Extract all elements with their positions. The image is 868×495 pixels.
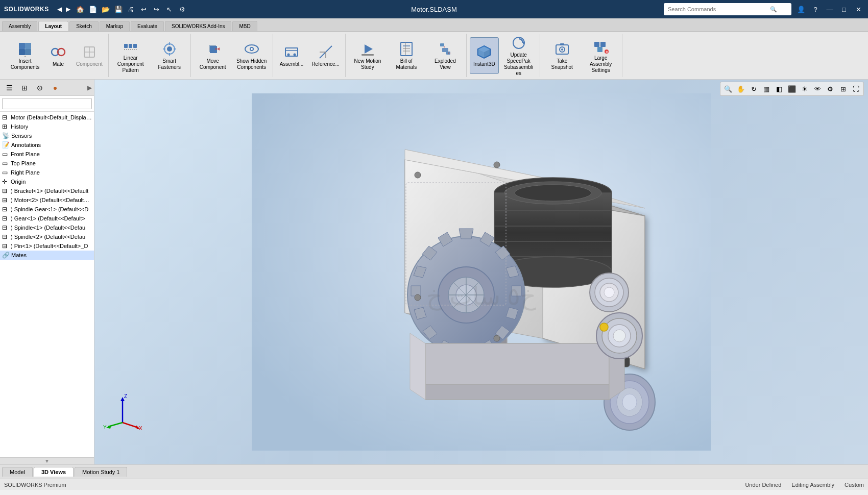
help-icon[interactable]: ? (810, 4, 821, 15)
linear-pattern-button[interactable]: Linear Component Pattern (112, 37, 150, 74)
forward-button[interactable]: ▶ (65, 5, 71, 14)
tree-item-front-plane-label: Front Plane (11, 151, 40, 157)
panel-color-icon[interactable]: ● (48, 82, 62, 94)
svg-point-140 (415, 294, 421, 301)
tree-item-spindle2-icon: ⊟ (2, 233, 9, 240)
ribbon-group-snapshot: Take Snapshot ⚙ Large Assembly Settings (541, 34, 622, 77)
bottom-tab-model[interactable]: Model (2, 467, 33, 477)
tree-item-annotations[interactable]: 📝 Annotations (0, 140, 94, 150)
back-button[interactable]: ◀ (56, 5, 63, 14)
svg-marker-87 (512, 286, 521, 296)
tree-item-motor2-label: ) Motor<2> (Default<<Default>_D (11, 197, 92, 203)
undo-button[interactable]: ↩ (138, 4, 150, 15)
tab-addins[interactable]: SOLIDWORKS Add-Ins (165, 21, 231, 31)
mate-button[interactable]: Mate (45, 37, 71, 74)
tree-item-motor2[interactable]: ⊟ ) Motor<2> (Default<<Default>_D (0, 195, 94, 205)
assembly-button[interactable]: Assembl... (276, 37, 307, 74)
show-hidden-button[interactable]: Show Hidden Components (233, 37, 271, 74)
bottom-tab-3dviews[interactable]: 3D Views (34, 467, 74, 477)
open-button[interactable]: 📂 (100, 4, 111, 15)
quick-access-toolbar: 🏠 📄 📂 💾 🖨 ↩ ↪ ↖ ⚙ (75, 4, 188, 15)
tree-item-sensors[interactable]: 📡 Sensors (0, 131, 94, 140)
search-input[interactable] (668, 6, 770, 12)
tree-item-spindle1[interactable]: ⊟ ) Spindle<1> (Default<<Defau (0, 223, 94, 232)
tree-item-motor[interactable]: ⊟ Motor (Default<Default_Display Sta (0, 113, 94, 122)
tree-item-pin[interactable]: ⊟ ) Pin<1> (Default<<Default>_D (0, 241, 94, 251)
tree-item-gear[interactable]: ⊟ ) Gear<1> (Default<<Default> (0, 214, 94, 223)
user-icon[interactable]: 👤 (795, 4, 807, 15)
tree-item-sensors-icon: 📡 (2, 132, 10, 139)
take-snapshot-button[interactable]: Take Snapshot (543, 37, 581, 74)
coordinate-axes: Z X Y (102, 392, 143, 434)
minimize-button[interactable]: — (824, 4, 835, 15)
assembly-model-svg (252, 93, 711, 451)
new-motion-study-button[interactable]: New Motion Study (349, 37, 387, 74)
app-logo: SOLIDWORKS (4, 6, 49, 13)
tree-item-spindle-gear[interactable]: ⊟ ) Spindle Gear<1> (Default<<D (0, 205, 94, 214)
feature-tree: ⊟ Motor (Default<Default_Display Sta ⊞ H… (0, 112, 94, 457)
tab-layout[interactable]: Layout (38, 21, 68, 31)
svg-text:Y: Y (103, 425, 107, 430)
tree-item-origin[interactable]: ✛ Origin (0, 177, 94, 186)
tree-item-bracket-icon: ⊟ (2, 187, 9, 194)
reference-label: Reference... (311, 61, 339, 67)
smart-fasteners-button[interactable]: Smart Fasteners (151, 37, 188, 74)
close-button[interactable]: ✕ (853, 4, 864, 15)
tab-evaluate[interactable]: Evaluate (131, 21, 164, 31)
tab-markup[interactable]: Markup (100, 21, 130, 31)
svg-point-31 (294, 53, 296, 56)
bill-of-materials-button[interactable]: Bill of Materials (388, 37, 425, 74)
component-button[interactable]: Component (73, 37, 106, 74)
panel-resize-handle[interactable]: ▼ (0, 457, 94, 464)
tab-assembly[interactable]: Assembly (2, 21, 37, 31)
instant3d-icon (476, 44, 492, 60)
tree-item-origin-label: Origin (11, 179, 26, 185)
ribbon-group-move-items: Move Component Show Hidden Components (194, 35, 271, 76)
svg-point-137 (613, 330, 625, 342)
mate-icon (50, 44, 66, 60)
tab-mbd[interactable]: MBD (232, 21, 257, 31)
options-button[interactable]: ⚙ (177, 4, 188, 15)
tree-item-spindle2[interactable]: ⊟ ) Spindle<2> (Default<<Defau (0, 232, 94, 241)
model-area (94, 80, 868, 464)
panel-target-icon[interactable]: ⊙ (33, 82, 47, 94)
panel-list-icon[interactable]: ☰ (2, 82, 16, 94)
svg-point-56 (561, 48, 563, 51)
tree-item-mates-icon: 🔗 (2, 252, 10, 259)
tab-sketch[interactable]: Sketch (69, 21, 99, 31)
redo-button[interactable]: ↪ (151, 4, 162, 15)
reference-button[interactable]: Reference... (308, 37, 343, 74)
search-box[interactable]: 🔍 ▼ (664, 3, 791, 15)
tree-item-front-plane[interactable]: ▭ Front Plane (0, 150, 94, 159)
viewport[interactable]: 🔍 ✋ ↻ ▦ ◧ ⬛ ☀ 👁 ⚙ ⊞ ⛶ (94, 80, 868, 464)
maximize-button[interactable]: □ (838, 4, 850, 15)
select-button[interactable]: ↖ (164, 4, 175, 15)
large-assembly-button[interactable]: ⚙ Large Assembly Settings (582, 37, 620, 74)
insert-components-button[interactable]: + Insert Components (6, 37, 44, 74)
tree-item-right-plane[interactable]: ▭ Right Plane (0, 168, 94, 177)
home-button[interactable]: 🏠 (75, 4, 86, 15)
instant3d-button[interactable]: Instant3D (470, 37, 499, 74)
new-button[interactable]: 📄 (87, 4, 99, 15)
tree-item-spindle-gear-icon: ⊟ (2, 206, 9, 213)
print-button[interactable]: 🖨 (126, 4, 137, 15)
bottom-tab-motion1[interactable]: Motion Study 1 (75, 467, 127, 477)
tree-item-history-icon: ⊞ (2, 123, 9, 130)
tree-item-top-plane[interactable]: ▭ Top Plane (0, 159, 94, 168)
save-button[interactable]: 💾 (113, 4, 124, 15)
component-label: Component (76, 61, 103, 67)
svg-line-147 (123, 423, 138, 428)
tree-item-mates[interactable]: 🔗 Mates (0, 251, 94, 260)
panel-grid-icon[interactable]: ⊞ (17, 82, 32, 94)
tree-item-bracket[interactable]: ⊟ ) Bracket<1> (Default<<Default (0, 186, 94, 195)
panel-expand-arrow[interactable]: ▶ (87, 84, 92, 91)
svg-point-141 (494, 162, 500, 168)
exploded-view-button[interactable]: Exploded View (426, 37, 464, 74)
search-dropdown-icon[interactable]: ▼ (778, 7, 783, 12)
update-speedpak-button[interactable]: Update SpeedPak Subassemblies (500, 37, 538, 74)
tree-item-history[interactable]: ⊞ History (0, 122, 94, 131)
component-icon (81, 44, 98, 60)
ribbon-group-instant3d-items: Instant3D Update SpeedPak Subassemblies (470, 35, 538, 76)
move-component-button[interactable]: Move Component (194, 37, 232, 74)
tree-search-input[interactable] (2, 98, 92, 109)
